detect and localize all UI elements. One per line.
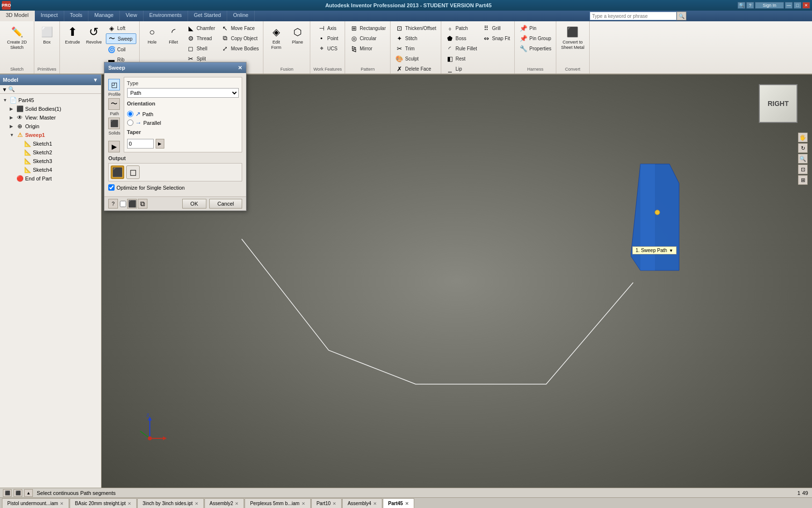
tab-close-icon[interactable]: ✕	[235, 501, 239, 506]
copy-object-button[interactable]: ⧉ Copy Object	[219, 33, 261, 43]
mirror-button[interactable]: ⧎ Mirror	[348, 44, 387, 53]
sculpt-button[interactable]: 🎨 Sculpt	[393, 54, 437, 63]
tab-close-icon[interactable]: ✕	[128, 501, 131, 506]
search-icon[interactable]: 🔍	[677, 12, 686, 20]
tree-item-sketch4[interactable]: 📐 Sketch4	[2, 165, 99, 174]
point-button[interactable]: • Point	[316, 33, 340, 43]
patch-button[interactable]: ⬨ Patch	[444, 23, 478, 33]
chamfer-button[interactable]: ◣ Chamfer	[185, 23, 218, 33]
viewport-nav-btn1[interactable]: ⬛	[3, 489, 12, 497]
signin-btn[interactable]: Sign In	[755, 2, 784, 9]
rule-fillet-button[interactable]: ◜ Rule Fillet	[444, 44, 478, 53]
tree-item-part45[interactable]: ▼ 📄 Part45	[2, 96, 99, 105]
tab-tools[interactable]: Tools	[64, 11, 89, 21]
orbit-button[interactable]: ↻	[798, 143, 808, 153]
tree-item-solid-bodies[interactable]: ▶ ⬛ Solid Bodies(1)	[2, 105, 99, 113]
solid-output-btn[interactable]: ⬛	[111, 165, 124, 179]
tab-environments[interactable]: Environments	[144, 11, 188, 21]
close-button[interactable]: ✕	[802, 2, 810, 9]
sweep-path-label[interactable]: 1. Sweep Path ▼	[632, 246, 677, 254]
shell-button[interactable]: ◻ Shell	[185, 44, 218, 53]
tab-online[interactable]: Online	[227, 11, 255, 21]
pan-button[interactable]: 🖐	[798, 133, 808, 142]
radio-path-input[interactable]	[127, 111, 133, 117]
thread-button[interactable]: ⚙ Thread	[185, 33, 218, 43]
type-select[interactable]: Path Path & Guide Rail Path & Guide Surf…	[127, 88, 239, 98]
model-panel-arrow[interactable]: ▼	[93, 77, 98, 83]
move-face-button[interactable]: ↖ Move Face	[219, 23, 261, 33]
trim-button[interactable]: ✂ Trim	[393, 44, 437, 53]
extrude-button[interactable]: ⬆ Extrude	[63, 23, 82, 46]
loft-button[interactable]: ◈ Loft	[106, 23, 136, 33]
radio-parallel[interactable]: → Parallel	[127, 119, 239, 126]
revolve-button[interactable]: ↺ Revolve	[84, 23, 104, 46]
sweep-label-dropdown[interactable]: ▼	[669, 248, 673, 253]
thicken-offset-button[interactable]: ⊡ Thicken/Offset	[393, 23, 437, 33]
search-input[interactable]	[590, 12, 677, 20]
rest-button[interactable]: ◧ Rest	[444, 54, 478, 63]
tree-item-end-of-part[interactable]: 🔴 End of Part	[2, 174, 99, 183]
lip-button[interactable]: ⎯ Lip	[444, 64, 478, 74]
tab-view[interactable]: View	[120, 11, 144, 21]
tab-part45[interactable]: Part45 ✕	[383, 498, 414, 508]
sweep-dialog-close-icon[interactable]: ✕	[238, 65, 242, 71]
tree-item-view-master[interactable]: ▶ 👁 View: Master	[2, 113, 99, 122]
footer-check1[interactable]	[120, 201, 126, 207]
tree-item-sketch3[interactable]: 📐 Sketch3	[2, 157, 99, 165]
hole-button[interactable]: ○ Hole	[143, 23, 162, 46]
viewport-nav-btn2[interactable]: ⬛	[14, 489, 22, 497]
tab-close-icon[interactable]: ✕	[195, 501, 199, 506]
tab-3d-model[interactable]: 3D Model	[0, 11, 35, 21]
circular-button[interactable]: ◎ Circular	[348, 33, 387, 43]
ucs-button[interactable]: ⌖ UCS	[316, 44, 340, 53]
zoom-select-button[interactable]: ⊞	[798, 175, 808, 185]
tree-item-sketch1[interactable]: 📐 Sketch1	[2, 139, 99, 148]
tab-assembly2[interactable]: Assembly2 ✕	[204, 498, 245, 508]
properties-button[interactable]: 🔧 Properties	[518, 44, 553, 53]
edit-form-button[interactable]: ◈ EditForm	[266, 23, 286, 51]
tree-item-sweep1[interactable]: ▼ ⚠ Sweep1	[2, 131, 99, 139]
tab-pistol[interactable]: Pistol undermount...iam ✕	[2, 498, 69, 508]
stitch-button[interactable]: ✦ Stitch	[393, 33, 437, 43]
tab-assembly4[interactable]: Assembly4 ✕	[342, 498, 382, 508]
viewcube[interactable]: RIGHT	[759, 84, 798, 123]
taper-spin-up[interactable]: ▶	[156, 139, 164, 149]
maximize-button[interactable]: □	[794, 2, 801, 9]
fillet-button[interactable]: ◜ Fillet	[164, 23, 183, 46]
filter-icon[interactable]: ▼	[2, 87, 7, 92]
ok-button[interactable]: OK	[182, 199, 206, 209]
profile-sidebar-btn[interactable]: ◰	[108, 79, 120, 90]
create-2d-sketch-button[interactable]: ✏️ Create 2D Sketch	[3, 23, 31, 51]
pin-button[interactable]: 📌 Pin	[518, 23, 553, 33]
radio-parallel-input[interactable]	[127, 120, 133, 126]
taper-input[interactable]: 0	[127, 139, 154, 149]
extra-btn-1[interactable]: ▶	[108, 141, 120, 152]
tab-close-icon[interactable]: ✕	[333, 501, 336, 506]
tab-close-icon[interactable]: ✕	[405, 501, 409, 506]
grill-button[interactable]: ⠿ Grill	[480, 23, 511, 33]
path-sidebar-btn[interactable]: 〜	[108, 98, 120, 110]
tab-basic20mm[interactable]: BAsic 20mm streight.ipt ✕	[70, 498, 137, 508]
zoom-all-button[interactable]: ⊡	[798, 164, 808, 174]
tab-get-started[interactable]: Get Started	[188, 11, 227, 21]
box-button[interactable]: ⬜ Box	[37, 23, 57, 46]
surface-output-btn[interactable]: ◻	[126, 165, 140, 179]
tree-item-origin[interactable]: ▶ ⊕ Origin	[2, 122, 99, 131]
axis-button[interactable]: ⊣ Axis	[316, 23, 340, 33]
search-tree-icon[interactable]: 🔍	[8, 86, 15, 92]
search-icon[interactable]: 🔍	[738, 2, 745, 9]
footer-option-btn1[interactable]: ⬛	[127, 199, 137, 209]
rectangular-button[interactable]: ⊞ Rectangular	[348, 23, 387, 33]
footer-option-btn2[interactable]: ⧉	[138, 199, 147, 209]
sweep-dialog-title[interactable]: Sweep ✕	[104, 62, 246, 73]
tab-manage[interactable]: Manage	[88, 11, 120, 21]
help-dialog-btn[interactable]: ?	[108, 199, 118, 209]
viewcube-right-face[interactable]: RIGHT	[759, 84, 798, 123]
minimize-button[interactable]: —	[785, 2, 793, 9]
move-bodies-button[interactable]: ⤢ Move Bodies	[219, 44, 261, 53]
tab-inspect[interactable]: Inspect	[35, 11, 64, 21]
solids-sidebar-btn[interactable]: ⬛	[108, 118, 120, 129]
delete-face-button[interactable]: ✗ Delete Face	[393, 64, 437, 74]
coil-button[interactable]: 🌀 Coil	[106, 45, 136, 54]
convert-sheet-metal-button[interactable]: ⬛ Convert toSheet Metal	[559, 23, 586, 51]
